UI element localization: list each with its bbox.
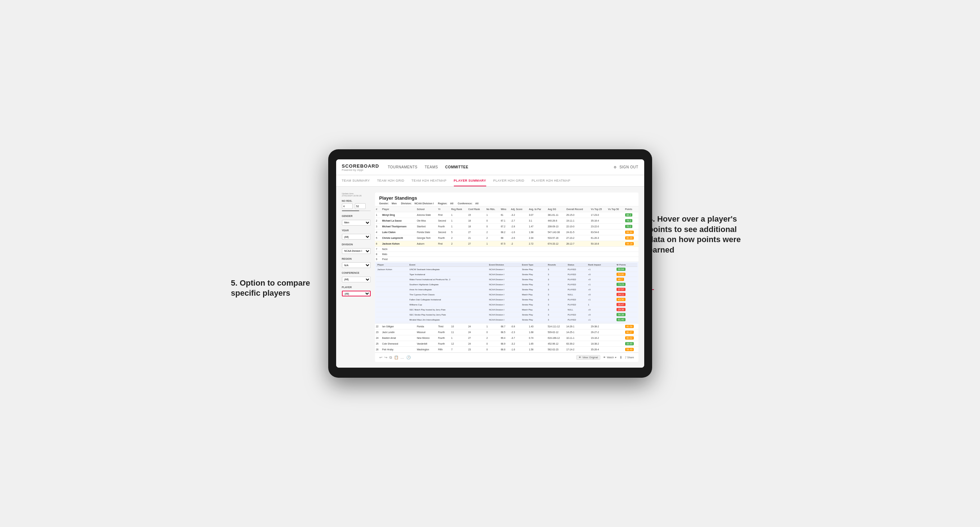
filter-region-display: Region: All bbox=[438, 202, 453, 205]
logo-area: SCOREBOARD Powered by clippi bbox=[342, 163, 379, 171]
annotation-left: 5. Option to compare specific players bbox=[231, 278, 317, 298]
more-btn[interactable]: … bbox=[401, 356, 404, 359]
col-school: School bbox=[416, 206, 437, 212]
filter-division-display: Division: NCAA Division I bbox=[401, 202, 434, 205]
filter-gender-select[interactable]: Men Women bbox=[342, 220, 371, 225]
col-vs-top50: Vs Top 50 bbox=[607, 206, 624, 212]
tooltip-row: Southern Highlands Collegiate NCAA Divis… bbox=[376, 282, 637, 287]
table-row: 7 Nichi bbox=[375, 247, 638, 252]
tablet-screen: SCOREBOARD Powered by clippi TOURNAMENTS… bbox=[336, 159, 644, 368]
filter-region-label: Region bbox=[342, 257, 371, 260]
bottom-toolbar: ↩ ↪ ⧉ 📋 … 🕐 👁 View: Original bbox=[375, 352, 638, 362]
player-table: # Player School Yr Reg Rank Conf Rank No… bbox=[375, 206, 638, 352]
watch-icon: 👁 bbox=[603, 356, 606, 359]
nav-teams[interactable]: TEAMS bbox=[425, 165, 438, 169]
filter-gender-display: Gender: Men bbox=[379, 202, 397, 205]
tooltip-row: SEC Match Play hosted by Jerry Pate NCAA… bbox=[376, 307, 637, 312]
filter-conference-select[interactable]: (All) bbox=[342, 277, 371, 283]
toolbar-left: ↩ ↪ ⧉ 📋 … 🕐 bbox=[379, 356, 410, 360]
table-header-row: # Player School Yr Reg Rank Conf Rank No… bbox=[375, 206, 638, 212]
filter-player-select[interactable]: (All) bbox=[342, 290, 371, 297]
col-conf-rank: Conf Rank bbox=[467, 206, 485, 212]
filter-year-label: Year bbox=[342, 229, 371, 232]
undo-btn[interactable]: ↩ bbox=[379, 356, 382, 359]
subnav-player-summary[interactable]: PLAYER SUMMARY bbox=[454, 175, 486, 186]
player-name-cell: Michael La Sasso bbox=[381, 218, 416, 224]
player-name-cell: Wenyi Ding bbox=[381, 212, 416, 218]
toolbar-right: 👁 View: Original 👁 Watch ▾ ⬇ ⤴ bbox=[576, 355, 634, 360]
tooltip-row: Amer An Intercollegiate NCAA Division I … bbox=[376, 287, 637, 292]
col-overall: Overall Record bbox=[565, 206, 590, 212]
tooltip-row: Jackson Kohon UNCW Seahawk Intercollegia… bbox=[376, 267, 637, 272]
logo-sub: Powered by clippi bbox=[342, 169, 379, 171]
chevron-down-icon: ▾ bbox=[615, 356, 617, 359]
table-row: 26 Petr Hruby Washington Fifth 7 23 0 68… bbox=[375, 347, 638, 352]
filter-year: Year (All) bbox=[342, 229, 371, 240]
watch-btn[interactable]: 👁 Watch ▾ bbox=[603, 356, 617, 359]
subnav-player-h2h-grid[interactable]: PLAYER H2H GRID bbox=[493, 175, 524, 186]
table-row: 25 Cole Sherwood Vanderbilt Fourth 12 24… bbox=[375, 341, 638, 347]
view-original-btn[interactable]: 👁 View: Original bbox=[576, 355, 600, 360]
filter-player: Player (All) bbox=[342, 286, 371, 297]
sidebar-filters: Update time: 27/01/2024 16:56:26 No Rds. bbox=[342, 192, 371, 362]
filter-no-rds-from[interactable] bbox=[342, 203, 353, 209]
col-avg-par: Avg. to Par bbox=[528, 206, 547, 212]
standings-header: Player Standings Gender: Men Division: N… bbox=[375, 192, 638, 206]
col-adj-score: Adj. Score bbox=[510, 206, 528, 212]
tooltip-row: Mirabel Maui Jim Intercollegiate NCAA Di… bbox=[376, 317, 637, 322]
standings-filters: Gender: Men Division: NCAA Division I Re… bbox=[379, 202, 634, 205]
player-name-cell: Jackson Kohon bbox=[381, 241, 416, 247]
annotation-right-text: 4. Hover over a player's points to see a… bbox=[649, 214, 741, 254]
filter-region: Region N/A bbox=[342, 257, 371, 268]
player-name-cell: Michael Thorbjornsen bbox=[381, 224, 416, 230]
tooltip-row: Tiger Invitational NCAA Division I Strok… bbox=[376, 272, 637, 277]
table-row: 23 Jack Lundin Missouri Fourth 11 24 0 6… bbox=[375, 330, 638, 335]
share-btn[interactable]: ⤴ Share bbox=[625, 356, 634, 359]
table-row: 2 Michael La Sasso Ole Miss Second 1 18 … bbox=[375, 218, 638, 224]
subnav-team-h2h-grid[interactable]: TEAM H2H GRID bbox=[377, 175, 404, 186]
sign-out-btn[interactable]: Sign out bbox=[619, 165, 638, 169]
paste-btn[interactable]: 📋 bbox=[394, 356, 398, 359]
nav-tournaments[interactable]: TOURNAMENTS bbox=[388, 165, 417, 169]
filter-division-label: Division bbox=[342, 243, 371, 246]
filter-slider[interactable] bbox=[342, 210, 371, 211]
filter-gender-label: Gender bbox=[342, 215, 371, 217]
table-row: 4 Luke Claton Florida State Second 5 27 … bbox=[375, 230, 638, 235]
app-header: SCOREBOARD Powered by clippi TOURNAMENTS… bbox=[336, 159, 644, 175]
filter-division-select[interactable]: NCAA Division I bbox=[342, 248, 371, 254]
icon-bar: ⚙ bbox=[614, 165, 617, 169]
subnav-team-summary[interactable]: TEAM SUMMARY bbox=[342, 175, 370, 186]
filter-player-label: Player bbox=[342, 286, 371, 289]
nav-committee[interactable]: COMMITTEE bbox=[445, 165, 469, 169]
filter-conference-display: Conference: All bbox=[458, 202, 479, 205]
subnav-team-h2h-heatmap[interactable]: TEAM H2H HEATMAP bbox=[411, 175, 446, 186]
table-row: 6 Jackson Kohon Auburn First 2 27 1 67.5… bbox=[375, 241, 638, 247]
filter-gender: Gender Men Women bbox=[342, 215, 371, 225]
col-avg-sg: Avg SG bbox=[547, 206, 565, 212]
filter-conference: Conference (All) bbox=[342, 271, 371, 283]
filter-region-select[interactable]: N/A bbox=[342, 262, 371, 268]
copy-btn[interactable]: ⧉ bbox=[390, 356, 392, 360]
table-row: 22 Ian Gilligan Florida Third 10 24 1 68… bbox=[375, 324, 638, 330]
table-row: 24 Bastien Amat New Mexico Fourth 1 27 2… bbox=[375, 335, 638, 341]
logo-text: SCOREBOARD bbox=[342, 163, 379, 169]
filter-no-rds-row bbox=[342, 203, 371, 209]
table-row: 1 Wenyi Ding Arizona State First 1 15 1 … bbox=[375, 212, 638, 218]
tablet-frame: SCOREBOARD Powered by clippi TOURNAMENTS… bbox=[328, 149, 652, 378]
filter-year-select[interactable]: (All) bbox=[342, 234, 371, 240]
redo-btn[interactable]: ↪ bbox=[384, 356, 387, 359]
table-row: 5 Christo Lamprecht Georgia Tech Fourth … bbox=[375, 235, 638, 241]
clock-btn[interactable]: 🕐 bbox=[406, 356, 410, 359]
player-name-cell: Nichi bbox=[381, 247, 416, 252]
annotation-left-text: 5. Option to compare specific players bbox=[231, 278, 310, 298]
subnav-player-h2h-heatmap[interactable]: PLAYER H2H HEATMAP bbox=[531, 175, 570, 186]
eye-icon: 👁 bbox=[579, 356, 581, 359]
filter-conference-label: Conference bbox=[342, 271, 371, 274]
col-yr: Yr bbox=[437, 206, 450, 212]
download-btn[interactable]: ⬇ bbox=[619, 356, 622, 359]
filter-no-rds-to[interactable] bbox=[355, 203, 366, 209]
annotation-right: 4. Hover over a player's points to see a… bbox=[649, 214, 749, 255]
player-name-cell: Mats bbox=[381, 252, 416, 257]
tooltip-row: Wake Forest Invitational at Pinehurst No… bbox=[376, 277, 637, 282]
table-scroll-container: # Player School Yr Reg Rank Conf Rank No… bbox=[375, 206, 638, 352]
